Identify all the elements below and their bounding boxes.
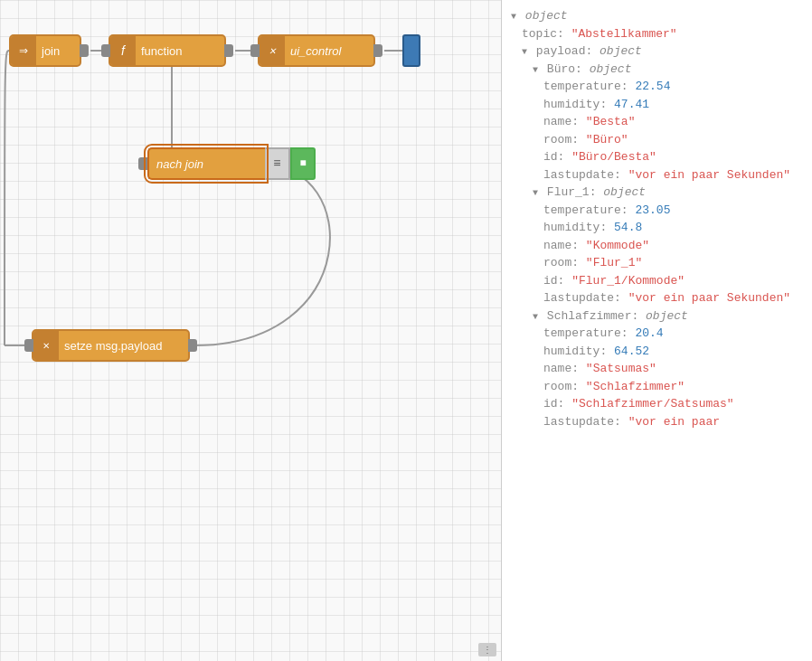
setze-icon: ✕: [33, 331, 59, 360]
debug-flur1-header: Flur_1: object: [511, 184, 803, 202]
green-icon: ■: [299, 157, 306, 170]
buero-temperature: temperature: 22.54: [511, 78, 803, 96]
node-red-canvas[interactable]: ⇒ join f function ✕ ui_control nach join…: [0, 0, 502, 661]
schlafzimmer-key: Schlafzimmer:: [547, 309, 638, 323]
list-icon: ≡: [273, 156, 280, 171]
buero-hum-key: humidity:: [543, 98, 607, 111]
schlafzimmer-type: object: [646, 309, 688, 323]
function-port-left: [101, 44, 110, 57]
buero-id: id: "Büro/Besta": [511, 148, 803, 166]
flur1-type: object: [603, 185, 646, 199]
schlaf-hum-key: humidity:: [543, 345, 607, 358]
buero-humidity: humidity: 47.41: [511, 96, 803, 114]
payload-type: object: [600, 44, 642, 58]
buero-name-value: "Besta": [586, 115, 636, 128]
flur1-id-key: id:: [543, 274, 564, 288]
buero-room-value: "Büro": [586, 133, 628, 146]
join-node[interactable]: ⇒ join: [9, 34, 81, 67]
flur1-room: room: "Flur_1": [511, 254, 803, 272]
schlaf-id-key: id:: [543, 397, 564, 411]
nach-join-label: nach join: [156, 157, 203, 171]
schlafzimmer-id: id: "Schlafzimmer/Satsumas": [511, 395, 803, 413]
buero-id-key: id:: [543, 150, 564, 164]
nach-join-green-button[interactable]: ■: [290, 147, 316, 180]
buero-room-key: room:: [543, 133, 579, 146]
canvas-scrollbar[interactable]: ⋮: [478, 643, 496, 656]
flur1-temperature: temperature: 23.05: [511, 202, 803, 220]
buero-lastupdate-key: lastupdate:: [543, 168, 621, 182]
flur1-room-key: room:: [543, 256, 579, 269]
function-label: function: [141, 44, 183, 58]
schlaf-room-value: "Schlafzimmer": [586, 380, 685, 393]
root-toggle[interactable]: [511, 10, 516, 24]
buero-hum-value: 47.41: [614, 98, 649, 111]
debug-schlafzimmer-header: Schlafzimmer: object: [511, 307, 803, 326]
flur1-id: id: "Flur_1/Kommode": [511, 272, 803, 290]
flur1-room-value: "Flur_1": [586, 256, 642, 269]
flur1-toggle[interactable]: [533, 186, 538, 200]
buero-room: room: "Büro": [511, 131, 803, 149]
schlafzimmer-toggle[interactable]: [533, 310, 538, 324]
ui-control-port-left: [250, 44, 260, 57]
schlaf-temp-key: temperature:: [543, 326, 628, 340]
flur1-hum-value: 54.8: [614, 221, 642, 234]
debug-panel: object topic: "Abstellkammer" payload: o…: [502, 0, 812, 661]
flur1-lastupdate-key: lastupdate:: [543, 291, 621, 305]
join-label: join: [42, 44, 60, 58]
schlaf-room-key: room:: [543, 380, 579, 393]
function-icon: f: [110, 36, 136, 65]
setze-label: setze msg.payload: [64, 339, 162, 353]
join-icon: ⇒: [11, 36, 36, 65]
function-node[interactable]: f function: [109, 34, 226, 67]
flur1-lastupdate-value: "vor ein paar Sekunden": [628, 291, 790, 305]
schlaf-hum-value: 64.52: [614, 345, 649, 358]
flur1-temp-value: 23.05: [635, 203, 670, 217]
schlafzimmer-lastupdate: lastupdate: "vor ein paar: [511, 413, 803, 431]
schlafzimmer-temperature: temperature: 20.4: [511, 325, 803, 343]
buero-key: Büro:: [547, 62, 582, 76]
schlaf-lastupdate-value: "vor ein paar: [628, 415, 720, 429]
topic-value: "Abstellkammer": [571, 27, 677, 41]
schlafzimmer-name: name: "Satsumas": [511, 360, 803, 378]
topic-key: topic:: [522, 27, 564, 41]
function-port-right: [224, 44, 233, 57]
flur1-id-value: "Flur_1/Kommode": [571, 274, 685, 288]
nach-join-node[interactable]: nach join ≡ ■: [138, 147, 316, 180]
buero-toggle[interactable]: [533, 63, 538, 77]
flur1-humidity: humidity: 54.8: [511, 219, 803, 237]
payload-key: payload:: [536, 44, 592, 58]
flur1-temp-key: temperature:: [543, 203, 628, 217]
flur1-key: Flur_1:: [547, 185, 597, 199]
ui-control-label: ui_control: [290, 44, 341, 58]
debug-root: object: [511, 7, 803, 25]
nach-join-body: nach join: [147, 147, 265, 180]
setze-node[interactable]: ✕ setze msg.payload: [32, 329, 190, 362]
buero-temp-key: temperature:: [543, 80, 628, 93]
buero-name-key: name:: [543, 115, 579, 128]
output-node: [402, 34, 420, 67]
schlafzimmer-room: room: "Schlafzimmer": [511, 378, 803, 396]
schlaf-name-key: name:: [543, 362, 579, 375]
schlaf-temp-value: 20.4: [635, 326, 663, 340]
join-port-right: [80, 44, 89, 57]
schlaf-id-value: "Schlafzimmer/Satsumas": [571, 397, 733, 411]
ui-control-port-right: [373, 44, 382, 57]
nach-join-list-button[interactable]: ≡: [265, 147, 290, 180]
schlafzimmer-humidity: humidity: 64.52: [511, 343, 803, 361]
buero-type: object: [590, 62, 632, 76]
buero-name: name: "Besta": [511, 113, 803, 131]
ui-control-node[interactable]: ✕ ui_control: [258, 34, 375, 67]
schlaf-name-value: "Satsumas": [586, 362, 656, 375]
debug-topic: topic: "Abstellkammer": [511, 25, 803, 43]
schlaf-lastupdate-key: lastupdate:: [543, 415, 621, 429]
payload-toggle[interactable]: [522, 45, 527, 59]
buero-id-value: "Büro/Besta": [571, 150, 656, 164]
nach-join-port-left: [138, 157, 147, 170]
debug-payload: payload: object: [511, 42, 803, 61]
buero-lastupdate: lastupdate: "vor ein paar Sekunden": [511, 166, 803, 184]
flur1-name-value: "Kommode": [586, 239, 649, 252]
ui-control-icon: ✕: [260, 36, 285, 65]
debug-buero-header: Büro: object: [511, 61, 803, 79]
buero-temp-value: 22.54: [635, 80, 670, 93]
buero-lastupdate-value: "vor ein paar Sekunden": [628, 168, 790, 182]
